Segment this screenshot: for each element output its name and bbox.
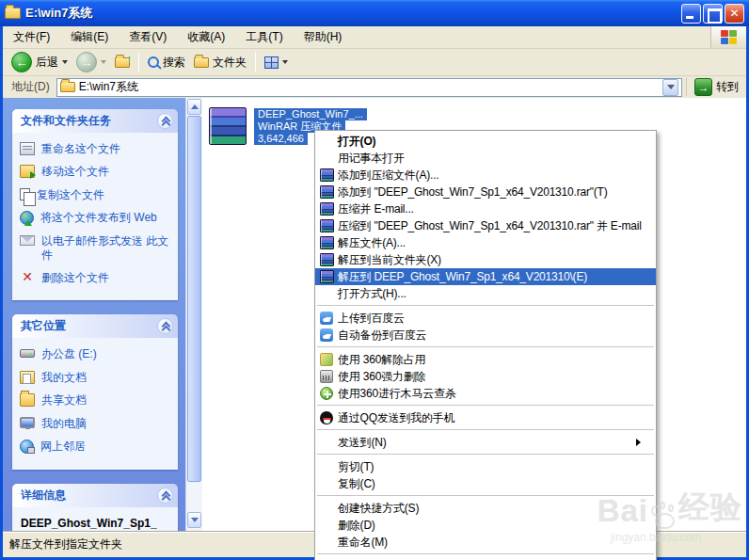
- panel-file-tasks-body: 重命名这个文件 移动这个文件 复制这个文件 将这个文件发布到 Web: [12, 133, 178, 300]
- up-button[interactable]: ↑: [112, 50, 133, 74]
- menu-item-extract-here[interactable]: 解压到当前文件夹(X): [315, 251, 656, 268]
- menu-item-open[interactable]: 打开(O): [315, 133, 656, 150]
- menu-item-add-to-named-archive[interactable]: 添加到 "DEEP_Ghost_Win7_Sp1_x64_V201310.rar…: [315, 184, 656, 200]
- task-copy-file[interactable]: 复制这个文件: [20, 187, 172, 201]
- delete-icon: ✕: [20, 271, 35, 284]
- copy-icon: [20, 188, 30, 200]
- 360-shred-icon: [318, 370, 335, 383]
- address-dropdown-button[interactable]: [662, 79, 678, 96]
- toolbar: ← 后退 → ↑ 搜索 文件夹: [3, 49, 746, 76]
- menu-file[interactable]: 文件(F): [3, 26, 60, 48]
- panel-title: 文件和文件夹任务: [21, 113, 157, 129]
- back-dropdown-icon[interactable]: [62, 60, 68, 64]
- menu-item-autobackup-baidu-cloud[interactable]: 自动备份到百度云: [315, 327, 656, 344]
- menu-item-360-trojan-scan[interactable]: 使用360进行木马云查杀: [315, 385, 656, 402]
- qq-icon: [318, 411, 335, 424]
- menu-item-create-shortcut[interactable]: 创建快捷方式(S): [315, 500, 656, 517]
- menu-item-copy[interactable]: 复制(C): [315, 475, 656, 492]
- forward-dropdown-icon[interactable]: [101, 60, 106, 64]
- task-rename-file[interactable]: 重命名这个文件: [20, 141, 172, 155]
- address-value[interactable]: E:\win7系统: [79, 79, 659, 95]
- winrar-icon: [318, 270, 335, 283]
- folders-label: 文件夹: [213, 55, 247, 71]
- menu-edit[interactable]: 编辑(E): [60, 26, 119, 48]
- go-button[interactable]: → 转到: [686, 78, 744, 96]
- views-dropdown-icon[interactable]: [282, 60, 288, 64]
- scroll-up-button[interactable]: [187, 99, 201, 115]
- context-menu: 打开(O) 用记事本打开 添加到压缩文件(A)... 添加到 "DEEP_Gho…: [314, 130, 657, 560]
- place-my-documents[interactable]: 我的文档: [20, 370, 172, 384]
- window-folder-icon: [5, 8, 21, 19]
- chevron-up-icon[interactable]: [157, 113, 173, 129]
- menu-item-open-with[interactable]: 打开方式(H)...: [315, 285, 656, 302]
- address-input[interactable]: E:\win7系统: [56, 78, 682, 97]
- email-icon: [20, 235, 35, 246]
- menu-separator: [317, 405, 654, 406]
- address-folder-icon: [60, 82, 75, 92]
- menu-item-compress-to-named-and-email[interactable]: 压缩到 "DEEP_Ghost_Win7_Sp1_x64_V201310.rar…: [315, 217, 656, 234]
- task-move-file[interactable]: 移动这个文件: [20, 164, 172, 178]
- panel-file-tasks-header[interactable]: 文件和文件夹任务: [12, 109, 178, 133]
- submenu-arrow-icon: [636, 439, 641, 446]
- close-button[interactable]: ✕: [725, 4, 744, 24]
- menu-item-360-force-delete[interactable]: 使用 360强力删除: [315, 368, 656, 385]
- back-button[interactable]: ← 后退: [8, 50, 71, 74]
- menu-item-open-with-notepad[interactable]: 用记事本打开: [315, 150, 656, 167]
- menu-item-upload-baidu-cloud[interactable]: 上传到百度云: [315, 310, 656, 327]
- menu-item-qq-send-to-phone[interactable]: 通过QQ发送到我的手机: [315, 409, 656, 426]
- panel-other-places-header[interactable]: 其它位置: [12, 314, 178, 338]
- place-network[interactable]: 网上邻居: [20, 439, 172, 454]
- panel-details-header[interactable]: 详细信息: [12, 484, 178, 507]
- task-publish-file[interactable]: 将这个文件发布到 Web: [20, 210, 172, 225]
- file-name: DEEP_Ghost_Win7_...: [256, 108, 365, 120]
- scroll-down-button[interactable]: [187, 512, 201, 528]
- task-delete-file[interactable]: ✕ 删除这个文件: [20, 270, 172, 284]
- 360-unlock-icon: [318, 353, 335, 366]
- menu-help[interactable]: 帮助(H): [294, 26, 353, 48]
- task-email-file[interactable]: 以电子邮件形式发送 此文件: [20, 233, 172, 262]
- panel-title: 其它位置: [21, 318, 157, 334]
- menu-item-cut[interactable]: 剪切(T): [315, 458, 656, 475]
- search-label: 搜索: [163, 55, 185, 71]
- menu-item-extract-to-folder[interactable]: 解压到 DEEP_Ghost_Win7_Sp1_x64_V201310\(E): [315, 268, 656, 285]
- views-button[interactable]: [262, 50, 291, 74]
- chevron-up-icon[interactable]: [157, 318, 173, 334]
- winrar-icon: [318, 185, 335, 199]
- place-shared-documents[interactable]: 共享文档: [20, 392, 172, 407]
- place-office-drive[interactable]: 办公盘 (E:): [20, 346, 172, 360]
- scrollbar-thumb[interactable]: [187, 116, 201, 482]
- place-my-computer[interactable]: 我的电脑: [20, 416, 172, 430]
- search-button[interactable]: 搜索: [145, 50, 188, 74]
- menu-item-extract-files[interactable]: 解压文件(A)...: [315, 234, 656, 251]
- views-icon: [264, 56, 279, 69]
- file-size: 3,642,466: [256, 133, 306, 145]
- arrow-up-icon: [191, 104, 199, 109]
- menu-item-360-unlock[interactable]: 使用 360解除占用: [315, 351, 656, 368]
- menu-separator: [317, 429, 654, 430]
- menu-item-delete[interactable]: 删除(D): [315, 517, 656, 534]
- menu-item-rename[interactable]: 重命名(M): [315, 534, 656, 551]
- folders-button[interactable]: 文件夹: [191, 50, 249, 74]
- address-bar: 地址(D) E:\win7系统 → 转到: [3, 76, 746, 98]
- forward-button[interactable]: →: [73, 50, 109, 74]
- toolbar-separator: [255, 52, 256, 72]
- back-label: 后退: [36, 55, 58, 71]
- menu-item-send-to[interactable]: 发送到(N): [315, 434, 656, 451]
- sidebar-scrollbar[interactable]: [185, 98, 202, 531]
- up-arrow-glyph: ↑: [127, 53, 133, 64]
- menu-favorites[interactable]: 收藏(A): [177, 26, 235, 48]
- my-computer-icon: [20, 417, 35, 428]
- menu-separator: [317, 305, 654, 306]
- menu-view[interactable]: 查看(V): [119, 26, 177, 48]
- menu-tools[interactable]: 工具(T): [235, 26, 293, 48]
- maximize-button[interactable]: [703, 4, 723, 24]
- chevron-up-icon[interactable]: [157, 488, 173, 504]
- menu-item-compress-and-email[interactable]: 压缩并 E-mail...: [315, 200, 656, 217]
- minimize-button[interactable]: [681, 4, 701, 24]
- winrar-icon: [318, 168, 335, 182]
- window-title: E:\win7系统: [25, 5, 681, 22]
- menu-item-add-to-archive[interactable]: 添加到压缩文件(A)...: [315, 167, 656, 184]
- winrar-icon: [318, 202, 335, 216]
- task-pane: 文件和文件夹任务 重命名这个文件 移动这个文件 复制这个文件: [3, 98, 185, 531]
- windows-logo-icon: [710, 26, 746, 48]
